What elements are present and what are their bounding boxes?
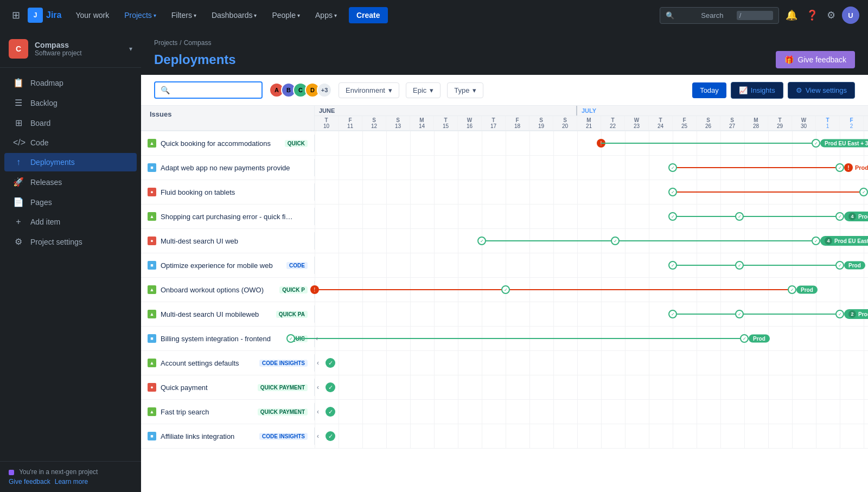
issue-cell[interactable]: ■Optimize experience for mobile webCODE bbox=[141, 257, 315, 274]
gantt-area: ✓✓4Prod EU East + 3 others✓ bbox=[315, 205, 868, 228]
breadcrumb-projects[interactable]: Projects bbox=[154, 39, 177, 47]
sidebar-item-settings[interactable]: ⚙ Project settings bbox=[4, 232, 137, 251]
purple-dot bbox=[9, 470, 14, 475]
deploy-check: ✓ bbox=[326, 382, 335, 392]
issue-cell[interactable]: ▲Quick booking for accommodationsQUICK bbox=[141, 135, 315, 152]
apps-link[interactable]: Apps ▾ bbox=[310, 8, 342, 23]
issue-cell[interactable]: ▲Onboard workout options (OWO)QUICK P bbox=[141, 281, 315, 298]
scroll-left-arrow[interactable]: ‹ bbox=[317, 384, 319, 391]
checkpoint-mid: ✓ bbox=[501, 285, 510, 294]
toolbar-right: Today 📈 Insights ⚙ View settings bbox=[692, 82, 855, 99]
sidebar-project-chevron[interactable]: ▾ bbox=[129, 45, 132, 53]
environment-filter[interactable]: Environment ▾ bbox=[339, 82, 399, 98]
sidebar-item-deployments[interactable]: ↑ Deployments bbox=[4, 153, 137, 171]
gantt-area: ✓Prod✓‹ bbox=[315, 327, 868, 350]
day-cell: M28 bbox=[744, 116, 768, 130]
gantt-area: !Prod EU East + 3✓ bbox=[315, 131, 868, 155]
filters-link[interactable]: Filters ▾ bbox=[166, 8, 202, 23]
issue-text: Multi-dest search UI mobileweb bbox=[161, 310, 272, 318]
issue-tag: QUICK bbox=[285, 140, 308, 147]
epic-chevron: ▾ bbox=[430, 86, 433, 94]
issue-cell[interactable]: ■Affiliate links integrationCODE INSIGHT… bbox=[141, 427, 315, 445]
deploy-tag: 4Prod EU East + 3 others bbox=[844, 212, 868, 221]
issue-cell[interactable]: ■Adapt web app no new payments provide bbox=[141, 159, 315, 176]
month-labels-row: JUNE JULY bbox=[315, 106, 868, 116]
issue-cell[interactable]: ▲Fast trip searchQUICK PAYMENT bbox=[141, 403, 315, 420]
sidebar-project[interactable]: C Compass Software project ▾ bbox=[0, 30, 141, 68]
help-icon[interactable]: ❓ bbox=[804, 7, 820, 23]
sidebar-item-backlog[interactable]: ☰ Backlog bbox=[4, 93, 137, 112]
issues-col-header: Issues bbox=[141, 106, 315, 130]
breadcrumb-compass[interactable]: Compass bbox=[184, 39, 212, 47]
people-link[interactable]: People ▾ bbox=[266, 8, 305, 23]
sidebar-item-pages[interactable]: 📄 Pages bbox=[4, 193, 137, 212]
today-button[interactable]: Today bbox=[692, 82, 726, 98]
breadcrumb: Projects / Compass bbox=[154, 39, 855, 47]
page-header: Projects / Compass Deployments 🎁 Give fe… bbox=[141, 30, 868, 75]
sidebar-item-releases[interactable]: 🚀 Releases bbox=[4, 172, 137, 191]
checkpoint-mid: ✓ bbox=[735, 212, 744, 221]
checkpoint-end: ✓ bbox=[835, 163, 844, 172]
search-box[interactable]: 🔍 Search / bbox=[660, 7, 779, 24]
issue-cell[interactable]: ●Fluid booking on tablets bbox=[141, 183, 315, 201]
table-row: ■Billing system integration - frontendQU… bbox=[141, 327, 868, 351]
deploy-check: ✓ bbox=[326, 431, 335, 441]
add-label: Add item bbox=[30, 218, 60, 226]
avatar-count[interactable]: +3 bbox=[317, 82, 332, 98]
view-settings-button[interactable]: ⚙ View settings bbox=[788, 82, 855, 99]
project-icon: C bbox=[9, 39, 28, 59]
issue-icon: ▲ bbox=[148, 212, 156, 221]
jira-logo[interactable]: J Jira bbox=[28, 8, 61, 23]
user-avatar[interactable]: U bbox=[842, 7, 859, 24]
issue-cell[interactable]: ▲Multi-dest search UI mobilewebQUICK PA bbox=[141, 305, 315, 323]
day-cell: F25 bbox=[673, 116, 697, 130]
notification-icon[interactable]: 🔔 bbox=[783, 7, 800, 23]
scroll-left-arrow[interactable]: ‹ bbox=[317, 359, 319, 367]
scroll-left-arrow[interactable]: ‹ bbox=[317, 432, 319, 440]
type-filter[interactable]: Type ▾ bbox=[447, 82, 483, 98]
give-feedback-button[interactable]: 🎁 Give feedback bbox=[776, 51, 856, 68]
apps-chevron: ▾ bbox=[334, 12, 337, 18]
day-cell: W30 bbox=[792, 116, 816, 130]
checkpoint-end: ✓ bbox=[835, 212, 844, 221]
settings-icon[interactable]: ⚙ bbox=[825, 7, 838, 23]
env-chevron: ▾ bbox=[388, 86, 392, 94]
timeline-container[interactable]: Issues JUNE JULY T10F11S12S13M14T15W16T1… bbox=[141, 106, 868, 492]
issue-cell[interactable]: ●Quick paymentQUICK PAYMENT bbox=[141, 379, 315, 396]
scroll-left-arrow[interactable]: ‹ bbox=[316, 335, 318, 342]
issue-cell[interactable]: ▲Account settings defaultsCODE INSIGHTS bbox=[141, 354, 315, 372]
gantt-line bbox=[673, 191, 864, 193]
day-cell: T22 bbox=[601, 116, 625, 130]
create-button[interactable]: Create bbox=[349, 7, 388, 23]
day-cell: M21 bbox=[577, 116, 601, 130]
issue-icon: ▲ bbox=[148, 407, 156, 416]
deploy-tag: Prod bbox=[749, 335, 770, 343]
insights-button[interactable]: 📈 Insights bbox=[731, 82, 783, 99]
timeline-table: Issues JUNE JULY T10F11S12S13M14T15W16T1… bbox=[141, 106, 868, 449]
dashboards-link[interactable]: Dashboards ▾ bbox=[206, 8, 263, 23]
table-row: ▲Onboard workout options (OWO)QUICK P!✓P… bbox=[141, 278, 868, 302]
search-input[interactable] bbox=[173, 86, 256, 94]
scroll-left-arrow[interactable]: ‹ bbox=[317, 408, 319, 416]
gantt-area: ‹✓ bbox=[315, 424, 868, 448]
sidebar-item-roadmap[interactable]: 📋 Roadmap bbox=[4, 73, 137, 92]
sidebar-learn-more[interactable]: Learn more bbox=[55, 478, 88, 485]
code-label: Code bbox=[30, 138, 48, 147]
sidebar-give-feedback[interactable]: Give feedback bbox=[9, 478, 50, 485]
search-filter-input[interactable]: 🔍 bbox=[154, 81, 263, 99]
your-work-link[interactable]: Your work bbox=[70, 8, 114, 23]
grid-icon[interactable]: ⊞ bbox=[9, 6, 23, 24]
issue-cell[interactable]: ▲Shopping cart purchasing error - quick … bbox=[141, 208, 315, 225]
projects-link[interactable]: Projects ▾ bbox=[119, 8, 162, 23]
day-cell: W23 bbox=[625, 116, 649, 130]
sidebar-item-add[interactable]: + Add item bbox=[4, 213, 137, 231]
sidebar-bottom: You're in a next-gen project Give feedba… bbox=[0, 461, 141, 492]
checkpoint-start: ✓ bbox=[668, 163, 677, 172]
sidebar-item-code[interactable]: </> Code bbox=[4, 133, 137, 152]
settings-label: Project settings bbox=[30, 238, 82, 246]
checkpoint-start: ✓ bbox=[668, 212, 677, 221]
sidebar-item-board[interactable]: ⊞ Board bbox=[4, 113, 137, 132]
table-row: ■Affiliate links integrationCODE INSIGHT… bbox=[141, 424, 868, 449]
epic-filter[interactable]: Epic ▾ bbox=[406, 82, 441, 98]
issue-cell[interactable]: ●Multi-dest search UI web bbox=[141, 232, 315, 250]
